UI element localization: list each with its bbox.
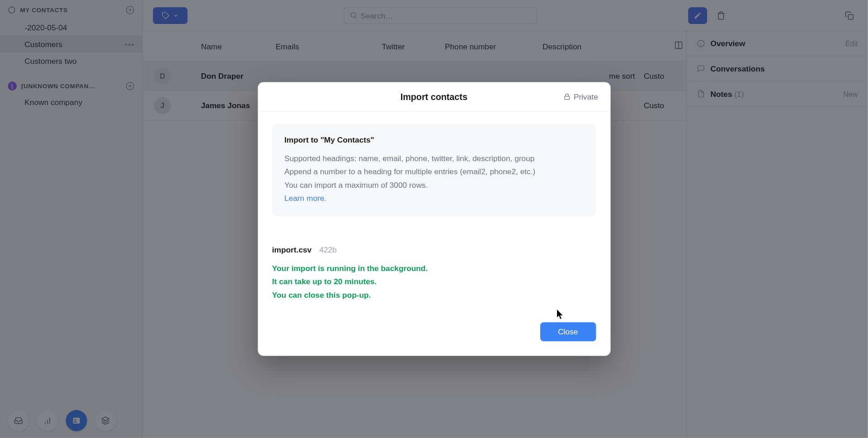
modal-title: Import contacts <box>272 92 596 102</box>
close-button[interactable]: Close <box>540 322 596 341</box>
import-status: Your import is running in the background… <box>272 262 596 302</box>
import-contacts-modal: Import contacts Private Import to "My Co… <box>258 82 610 356</box>
file-row: import.csv 422b <box>272 245 596 254</box>
import-info-box: Import to "My Contacts" Supported headin… <box>272 124 596 216</box>
file-size: 422b <box>319 245 336 254</box>
info-title: Import to "My Contacts" <box>284 135 584 144</box>
modal-footer: Close <box>258 315 610 356</box>
file-name: import.csv <box>272 245 311 254</box>
modal-body: Import to "My Contacts" Supported headin… <box>258 112 610 315</box>
learn-more-link[interactable]: Learn more. <box>284 194 326 203</box>
modal-header: Import contacts Private <box>258 82 610 112</box>
modal-overlay[interactable]: Import contacts Private Import to "My Co… <box>0 0 868 438</box>
lock-icon <box>564 93 571 100</box>
info-text: Supported headings: name, email, phone, … <box>284 152 584 205</box>
modal-private-badge: Private <box>564 92 598 101</box>
svg-rect-21 <box>565 96 570 100</box>
